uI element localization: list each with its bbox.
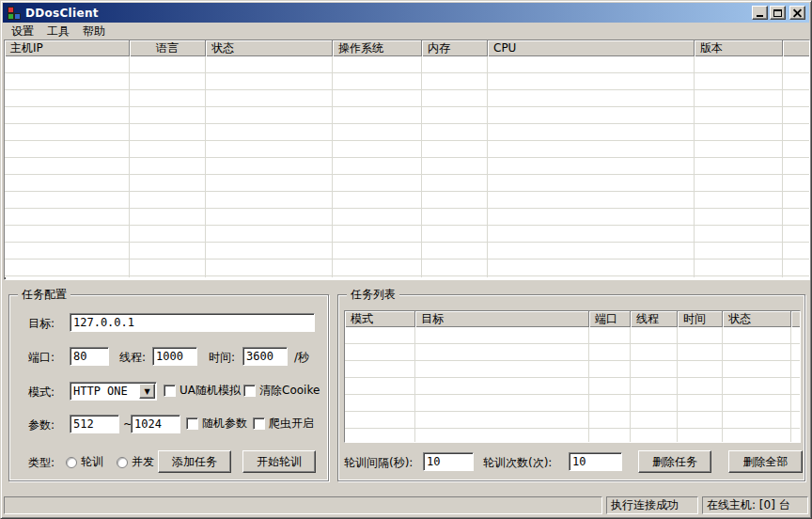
menu-settings[interactable]: 设置 — [5, 22, 40, 41]
window-title: DDosClient — [25, 7, 99, 20]
radio-circle — [66, 457, 77, 468]
maximize-button[interactable] — [770, 6, 786, 20]
type-label: 类型: — [28, 455, 55, 471]
target-label: 目标: — [28, 316, 55, 332]
task-col-mode[interactable]: 模式 — [345, 311, 415, 327]
col-header-host-ip[interactable]: 主机IP — [5, 40, 130, 56]
status-panel-connection: 执行连接成功 — [606, 496, 698, 514]
task-list-view[interactable]: 模式 目标 端口 线程 时间 状态 — [344, 310, 801, 443]
ua-random-label: UA随机模拟 — [180, 383, 241, 399]
col-header-version[interactable]: 版本 — [695, 40, 783, 56]
checkbox-box — [253, 417, 265, 430]
col-header-status[interactable]: 状态 — [206, 40, 333, 56]
param-max-input[interactable] — [131, 415, 180, 433]
host-list-view[interactable]: 主机IP 语言 状态 操作系统 内存 CPU 版本 — [4, 39, 810, 280]
minimize-button[interactable] — [752, 6, 768, 20]
poll-radio[interactable]: 轮训 — [66, 454, 103, 470]
status-bar: 执行连接成功 在线主机: [0] 台 — [3, 493, 809, 516]
random-param-checkbox[interactable]: 随机参数 — [186, 416, 247, 432]
menu-bar: 设置 工具 帮助 — [3, 23, 809, 39]
host-list-header: 主机IP 语言 状态 操作系统 内存 CPU 版本 — [5, 40, 809, 56]
status-panel-left — [4, 496, 602, 514]
task-config-group: 任务配置 目标: 端口: 线程: 时间: /秒 模式: HTTP ONE ▼ U… — [8, 294, 329, 481]
port-input[interactable] — [70, 347, 109, 366]
host-list-body[interactable] — [5, 56, 809, 277]
checkbox-box — [164, 385, 176, 397]
delete-all-button[interactable]: 删除全部 — [728, 450, 803, 473]
app-window: DDosClient 设置 工具 帮助 主机IP 语言 状态 操作系统 内存 C… — [0, 0, 812, 519]
add-task-button[interactable]: 添加任务 — [158, 450, 231, 473]
mode-dropdown[interactable]: HTTP ONE ▼ — [70, 382, 157, 401]
concurrent-radio[interactable]: 并发 — [117, 454, 154, 470]
task-list-legend: 任务列表 — [347, 288, 399, 301]
maximize-icon — [773, 9, 782, 17]
menu-help[interactable]: 帮助 — [76, 22, 112, 41]
close-button[interactable] — [789, 6, 805, 20]
start-poll-button[interactable]: 开始轮训 — [242, 450, 316, 473]
params-label: 参数: — [28, 417, 55, 433]
random-param-label: 随机参数 — [202, 416, 247, 432]
task-list-group: 任务列表 模式 目标 端口 线程 时间 状态 — [337, 294, 805, 481]
col-header-cpu[interactable]: CPU — [488, 40, 695, 56]
task-list-header: 模式 目标 端口 线程 时间 状态 — [345, 311, 800, 327]
crawler-label: 爬虫开启 — [269, 416, 314, 432]
port-label: 端口: — [28, 350, 55, 366]
poll-count-label: 轮训次数(次): — [483, 455, 552, 471]
mode-label: 模式: — [28, 385, 55, 401]
radio-circle — [117, 457, 128, 468]
mode-selected-value: HTTP ONE — [70, 383, 139, 400]
ua-random-checkbox[interactable]: UA随机模拟 — [164, 383, 241, 399]
chevron-down-icon: ▼ — [144, 387, 149, 396]
concurrent-radio-label: 并发 — [132, 454, 154, 470]
target-input[interactable] — [70, 313, 315, 332]
col-header-memory[interactable]: 内存 — [422, 40, 488, 56]
poll-radio-label: 轮训 — [81, 454, 103, 470]
task-list-grid-rows — [345, 327, 800, 442]
task-list-body[interactable] — [345, 327, 800, 442]
col-header-spare[interactable] — [783, 40, 809, 56]
checkbox-box — [243, 385, 256, 397]
param-min-input[interactable] — [70, 415, 119, 433]
title-bar[interactable]: DDosClient — [3, 3, 809, 23]
delete-task-button[interactable]: 删除任务 — [638, 450, 711, 473]
task-col-threads[interactable]: 线程 — [631, 311, 678, 327]
col-header-language[interactable]: 语言 — [130, 40, 206, 56]
dropdown-button[interactable]: ▼ — [139, 384, 155, 399]
status-panel-online-hosts: 在线主机: [0] 台 — [702, 496, 808, 514]
checkbox-box — [186, 417, 198, 430]
host-list-grid-rows — [5, 56, 809, 277]
crawler-checkbox[interactable]: 爬虫开启 — [253, 416, 314, 432]
threads-label: 线程: — [119, 350, 146, 366]
time-unit-label: /秒 — [294, 350, 309, 366]
task-config-legend: 任务配置 — [18, 288, 70, 301]
close-icon — [793, 8, 802, 17]
app-cubes-icon — [7, 6, 22, 21]
poll-count-input[interactable] — [569, 452, 622, 471]
time-label: 时间: — [209, 350, 235, 366]
poll-interval-label: 轮训间隔(秒): — [344, 455, 413, 471]
col-header-os[interactable]: 操作系统 — [333, 40, 422, 56]
minimize-icon — [757, 15, 763, 17]
task-col-target[interactable]: 目标 — [415, 311, 589, 327]
task-col-time[interactable]: 时间 — [678, 311, 723, 327]
task-col-status[interactable]: 状态 — [723, 311, 791, 327]
task-col-port[interactable]: 端口 — [589, 311, 631, 327]
clear-cookie-label: 清除Cooike — [259, 383, 320, 399]
task-col-spare[interactable] — [791, 311, 800, 327]
clear-cookie-checkbox[interactable]: 清除Cooike — [243, 383, 320, 399]
time-input[interactable] — [242, 347, 288, 366]
poll-interval-input[interactable] — [423, 452, 474, 471]
threads-input[interactable] — [152, 347, 197, 366]
menu-tools[interactable]: 工具 — [40, 22, 76, 41]
